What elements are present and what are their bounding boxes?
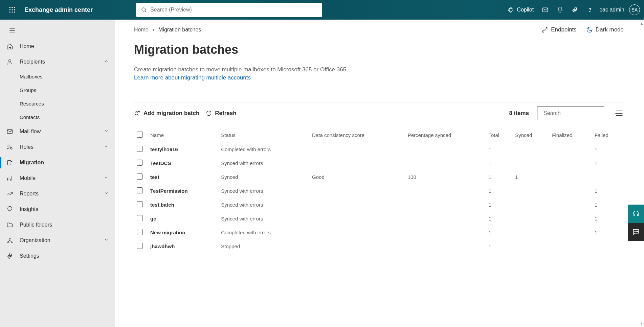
sidebar-item-insights[interactable]: Insights (0, 202, 115, 217)
sidebar-item-reports[interactable]: Reports (0, 186, 115, 202)
col-failed[interactable]: Failed (592, 128, 624, 142)
gear-icon (6, 253, 13, 259)
col-status[interactable]: Status (218, 128, 309, 142)
table-row[interactable]: TestDCSSynced with errors11 (134, 156, 624, 170)
learn-more-link[interactable]: Learn more about migrating multiple acco… (134, 74, 251, 81)
row-checkbox[interactable] (137, 173, 143, 180)
refresh-icon (205, 110, 212, 117)
chevron-down-icon (104, 191, 109, 197)
sidebar-label: Roles (20, 144, 98, 150)
col-synced[interactable]: Synced (512, 128, 549, 142)
global-search[interactable] (136, 3, 322, 17)
svg-point-11 (508, 8, 513, 11)
sidebar-sub-mailboxes[interactable]: Mailboxes (0, 70, 115, 83)
roles-icon (6, 144, 13, 150)
sidebar-item-publicfolders[interactable]: Public folders (0, 217, 115, 233)
table-body: testylh1616Completed with errors11TestDC… (134, 142, 624, 254)
table-row[interactable]: New migrationCompleted with errors11 (134, 226, 624, 239)
svg-point-27 (9, 255, 11, 257)
top-header: Exchange admin center Copilot eac admin … (0, 0, 644, 20)
reports-icon (6, 190, 13, 197)
sidebar-item-migration[interactable]: Migration (0, 155, 115, 170)
help-button[interactable] (583, 2, 597, 18)
sidebar-item-settings[interactable]: Settings (0, 248, 115, 264)
svg-point-40 (637, 231, 638, 232)
col-dcs[interactable]: Data consistency score (309, 128, 405, 142)
cell-name: test (148, 170, 218, 184)
svg-point-6 (9, 11, 10, 13)
sidebar-item-home[interactable]: Home (0, 39, 115, 54)
global-search-input[interactable] (150, 7, 317, 13)
sidebar-sub-resources[interactable]: Resources (0, 97, 115, 110)
notifications-button[interactable] (553, 2, 567, 18)
table-row[interactable]: TestPermissionSynced with errors11 (134, 184, 624, 198)
sidebar-label: Home (20, 43, 109, 49)
cell-status: Synced with errors (218, 198, 309, 212)
cell-status: Stopped (218, 239, 309, 253)
row-checkbox[interactable] (137, 146, 143, 152)
page-title: Migration batches (134, 43, 624, 57)
app-launcher-button[interactable] (4, 2, 20, 18)
endpoints-icon (541, 26, 548, 33)
sidebar-item-roles[interactable]: Roles (0, 139, 115, 155)
migration-icon (6, 159, 13, 166)
nav-collapse-button[interactable] (4, 22, 20, 39)
row-checkbox[interactable] (137, 201, 143, 207)
person-icon (6, 59, 13, 65)
sidebar-item-recipients[interactable]: Recipients (0, 54, 115, 70)
account-avatar[interactable]: EA (629, 4, 640, 15)
row-checkbox[interactable] (137, 160, 143, 166)
row-checkbox[interactable] (137, 215, 143, 221)
messages-button[interactable] (538, 2, 552, 18)
chevron-down-icon (104, 175, 109, 181)
sidebar-label: Mobile (20, 175, 98, 181)
add-migration-batch-button[interactable]: Add migration batch (134, 110, 199, 117)
refresh-button[interactable]: Refresh (205, 110, 236, 117)
col-pct[interactable]: Percentage synced (405, 128, 486, 142)
table-row[interactable]: testylh1616Completed with errors11 (134, 142, 624, 157)
floating-help-buttons (628, 205, 644, 241)
items-count: 8 items (509, 110, 529, 117)
cell-synced (512, 156, 549, 170)
svg-point-25 (7, 242, 8, 243)
home-icon (6, 43, 13, 50)
sidebar-sub-contacts[interactable]: Contacts (0, 110, 115, 124)
sidebar-item-organization[interactable]: Organization (0, 233, 115, 248)
cell-pct (405, 198, 486, 212)
col-finalized[interactable]: Finalized (549, 128, 592, 142)
endpoints-button[interactable]: Endpoints (541, 26, 577, 33)
sidebar-item-mobile[interactable]: Mobile (0, 170, 115, 186)
svg-rect-20 (7, 130, 13, 134)
cell-failed: 1 (592, 184, 624, 198)
copilot-button[interactable]: Copilot (504, 2, 537, 18)
svg-point-8 (14, 11, 15, 13)
svg-point-14 (574, 9, 576, 11)
row-checkbox[interactable] (137, 229, 143, 235)
migration-table: Name Status Data consistency score Perce… (134, 128, 624, 253)
settings-button[interactable] (568, 2, 582, 18)
support-button[interactable] (628, 205, 644, 223)
table-row[interactable]: jhawdhwhStopped1 (134, 239, 624, 253)
table-row[interactable]: test.batchSynced with errors11 (134, 198, 624, 212)
sidebar-item-mailflow[interactable]: Mail flow (0, 124, 115, 139)
feedback-button[interactable] (628, 223, 644, 241)
row-checkbox[interactable] (137, 187, 143, 193)
cell-finalized (549, 239, 592, 253)
sidebar-label: Organization (20, 237, 98, 243)
col-total[interactable]: Total (486, 128, 512, 142)
table-row[interactable]: gcSynced with errors11 (134, 212, 624, 226)
table-search[interactable] (537, 107, 604, 120)
sidebar-label: Migration (20, 160, 109, 166)
list-options-button[interactable] (614, 109, 624, 118)
darkmode-button[interactable]: Dark mode (586, 26, 624, 33)
svg-point-26 (11, 242, 12, 243)
sidebar-sub-groups[interactable]: Groups (0, 83, 115, 97)
cell-failed (592, 239, 624, 253)
table-search-input[interactable] (543, 110, 611, 116)
breadcrumb-home[interactable]: Home (134, 27, 149, 33)
row-checkbox[interactable] (137, 243, 143, 249)
avatar-initials: EA (631, 7, 638, 13)
select-all-checkbox[interactable] (137, 132, 143, 138)
table-row[interactable]: testSyncedGood10011 (134, 170, 624, 184)
col-name[interactable]: Name (148, 128, 218, 142)
